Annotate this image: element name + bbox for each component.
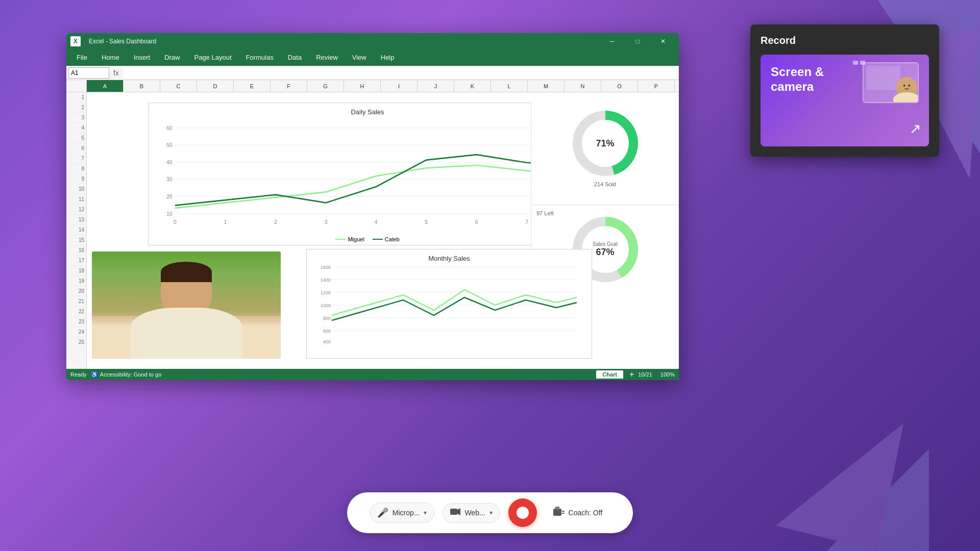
row-20: 20 bbox=[66, 286, 86, 296]
close-button[interactable]: ✕ bbox=[651, 33, 675, 49]
svg-text:4: 4 bbox=[375, 219, 378, 225]
menu-formulas[interactable]: Formulas bbox=[240, 52, 280, 63]
svg-text:30: 30 bbox=[166, 177, 173, 182]
minimize-button[interactable]: ─ bbox=[600, 33, 624, 49]
coach-button[interactable]: Coach: Off bbox=[545, 503, 611, 523]
svg-text:400: 400 bbox=[323, 339, 331, 344]
col-e[interactable]: E bbox=[234, 80, 271, 92]
svg-rect-51 bbox=[555, 507, 559, 510]
column-headers: A B C D E F G H I J K L M N O P Q bbox=[66, 80, 679, 92]
svg-rect-52 bbox=[562, 511, 565, 512]
camera-button[interactable]: Web... ▾ bbox=[443, 503, 500, 523]
row-5: 5 bbox=[66, 133, 86, 143]
microphone-button[interactable]: 🎤 Microp... ▾ bbox=[370, 503, 435, 523]
mockup-controls bbox=[853, 61, 865, 65]
row-19: 19 bbox=[66, 276, 86, 286]
row-num-header bbox=[66, 80, 87, 92]
formula-input[interactable] bbox=[123, 67, 677, 79]
col-c[interactable]: C bbox=[160, 80, 197, 92]
col-k[interactable]: K bbox=[454, 80, 491, 92]
row-22: 22 bbox=[66, 307, 86, 317]
col-p[interactable]: P bbox=[638, 80, 675, 92]
record-button[interactable] bbox=[508, 498, 537, 527]
microphone-icon: 🎤 bbox=[377, 507, 388, 518]
record-dot bbox=[517, 507, 529, 519]
screen-camera-label: Screen &camera bbox=[771, 65, 919, 94]
col-q[interactable]: Q bbox=[675, 80, 679, 92]
menu-file[interactable]: File bbox=[70, 52, 93, 63]
record-title: Record bbox=[761, 35, 929, 46]
col-a[interactable]: A bbox=[87, 80, 124, 92]
record-card-screen-camera[interactable]: Screen &camera ↖ bbox=[761, 55, 929, 146]
cell-reference[interactable]: A1 bbox=[68, 67, 109, 79]
col-h[interactable]: H bbox=[344, 80, 381, 92]
chart-legend: Miguel Caleb bbox=[154, 236, 581, 242]
ready-status: Ready bbox=[70, 371, 87, 378]
daily-sales-chart: Daily Sales 60 50 40 30 20 10 0 1 2 bbox=[148, 103, 587, 245]
maximize-button[interactable]: □ bbox=[626, 33, 649, 49]
webcam-overlay bbox=[92, 252, 281, 359]
menu-view[interactable]: View bbox=[346, 52, 373, 63]
recording-toolbar: 🎤 Microp... ▾ Web... ▾ Coach: Off bbox=[347, 492, 633, 533]
monthly-chart-svg: 1600 1400 1200 1000 800 600 400 bbox=[312, 264, 586, 351]
row-25: 25 bbox=[66, 337, 86, 347]
camera-icon bbox=[450, 508, 460, 518]
svg-text:800: 800 bbox=[323, 316, 331, 321]
donut-upper-pct: 71% bbox=[596, 138, 614, 149]
svg-marker-49 bbox=[457, 508, 460, 515]
svg-text:7: 7 bbox=[525, 219, 528, 225]
menu-insert[interactable]: Insert bbox=[128, 52, 157, 63]
window-controls: ─ □ ✕ bbox=[600, 33, 675, 49]
row-numbers: 1 2 3 4 5 6 7 8 9 10 11 12 13 14 15 16 1… bbox=[66, 92, 87, 369]
svg-text:20: 20 bbox=[166, 194, 173, 199]
menu-home[interactable]: Home bbox=[95, 52, 126, 63]
row-14: 14 bbox=[66, 225, 86, 235]
col-o[interactable]: O bbox=[601, 80, 638, 92]
menu-data[interactable]: Data bbox=[282, 52, 308, 63]
col-l[interactable]: L bbox=[491, 80, 528, 92]
col-n[interactable]: N bbox=[565, 80, 601, 92]
miguel-label: Miguel bbox=[348, 236, 364, 242]
svg-text:1000: 1000 bbox=[321, 303, 331, 308]
sales-goal-label: Sales Goal bbox=[593, 241, 618, 247]
row-23: 23 bbox=[66, 317, 86, 327]
row-17: 17 bbox=[66, 256, 86, 266]
svg-rect-48 bbox=[450, 509, 457, 515]
col-i[interactable]: I bbox=[381, 80, 418, 92]
row-7: 7 bbox=[66, 154, 86, 164]
col-m[interactable]: M bbox=[528, 80, 565, 92]
accessibility-status: ♿ Accessibility: Good to go bbox=[91, 371, 161, 378]
left-label: 97 Left bbox=[536, 210, 554, 216]
sheet-tab-chart[interactable]: Chart bbox=[596, 370, 623, 379]
excel-window: X Excel - Sales Dashboard ─ □ ✕ File Hom… bbox=[66, 33, 679, 380]
mockup-max bbox=[860, 61, 865, 65]
row-18: 18 bbox=[66, 266, 86, 276]
col-g[interactable]: G bbox=[307, 80, 344, 92]
menu-page-layout[interactable]: Page Layout bbox=[188, 52, 238, 63]
row-10: 10 bbox=[66, 184, 86, 194]
menu-draw[interactable]: Draw bbox=[158, 52, 186, 63]
sold-label: 214 Sold bbox=[594, 181, 616, 187]
svg-text:1600: 1600 bbox=[321, 265, 331, 270]
formula-icon: fx bbox=[111, 69, 121, 77]
zoom-level: 100% bbox=[660, 371, 675, 378]
window-title: Excel - Sales Dashboard bbox=[89, 38, 156, 45]
formula-bar: A1 fx bbox=[66, 66, 679, 80]
accessibility-icon: ♿ bbox=[91, 371, 98, 378]
daily-chart-svg: 60 50 40 30 20 10 0 1 2 3 4 5 6 7 8 bbox=[154, 120, 581, 232]
col-j[interactable]: J bbox=[418, 80, 454, 92]
col-d[interactable]: D bbox=[197, 80, 234, 92]
row-6: 6 bbox=[66, 143, 86, 154]
monthly-sales-chart: Monthly Sales 1600 1400 1200 1000 800 60… bbox=[306, 249, 592, 359]
menu-review[interactable]: Review bbox=[310, 52, 344, 63]
menu-bar: File Home Insert Draw Page Layout Formul… bbox=[66, 49, 679, 66]
svg-text:1200: 1200 bbox=[321, 290, 331, 295]
col-f[interactable]: F bbox=[271, 80, 307, 92]
coach-icon bbox=[553, 507, 565, 519]
svg-text:5: 5 bbox=[425, 219, 428, 225]
add-sheet-button[interactable]: + bbox=[629, 370, 634, 379]
microphone-label: Microp... bbox=[393, 509, 420, 517]
col-b[interactable]: B bbox=[124, 80, 160, 92]
caleb-label: Caleb bbox=[385, 236, 400, 242]
menu-help[interactable]: Help bbox=[375, 52, 401, 63]
